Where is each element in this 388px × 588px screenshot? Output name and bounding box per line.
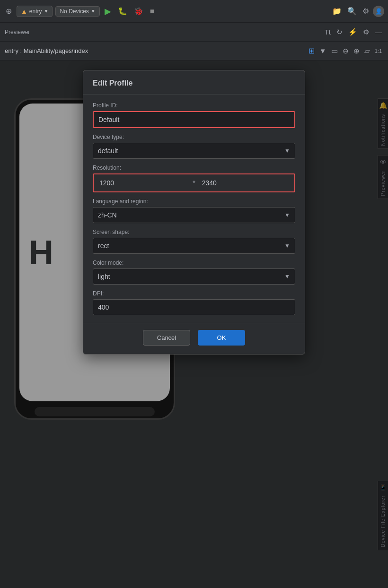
main-area: T H 🔔 Notifications 👁 Previewer 📱 Device… <box>0 61 388 588</box>
resolution-row: * <box>93 173 295 192</box>
profile-id-field: Profile ID: <box>93 102 295 128</box>
resolution-width-input[interactable] <box>97 177 188 189</box>
dialog-title: Edit Profile <box>83 70 305 95</box>
zoom-in-icon[interactable]: ⊕ <box>352 45 361 57</box>
color-mode-chevron: ▼ <box>284 273 290 280</box>
settings-icon[interactable]: ⚙ <box>361 5 371 17</box>
modal-overlay: Edit Profile Profile ID: Device type: de… <box>0 61 388 588</box>
entry-dropdown[interactable]: ▲ entry ▼ <box>17 6 53 17</box>
profile-id-label: Profile ID: <box>93 102 295 109</box>
entry-icon: ▲ <box>21 8 27 15</box>
language-value: zh-CN <box>98 211 117 219</box>
search-icon[interactable]: 🔍 <box>345 5 359 17</box>
minimize-icon[interactable]: — <box>373 26 383 37</box>
zoom-out-icon[interactable]: ⊖ <box>341 45 350 57</box>
user-avatar[interactable]: 👤 <box>373 6 384 17</box>
edit-profile-dialog: Edit Profile Profile ID: Device type: de… <box>83 70 305 355</box>
previewer-bar: Previewer Tt ↻ ⚡ ⚙ — <box>0 23 388 42</box>
dpi-input[interactable] <box>93 299 295 315</box>
language-select[interactable]: zh-CN ▼ <box>93 207 295 223</box>
no-devices-label: No Devices <box>60 8 88 15</box>
resolution-field: Resolution: * <box>93 164 295 192</box>
path-text: entry : MainAbility/pages/index <box>5 47 88 54</box>
device-type-value: default <box>98 147 118 155</box>
resolution-label: Resolution: <box>93 164 295 171</box>
dialog-body: Profile ID: Device type: default ▼ Resol… <box>83 95 305 323</box>
filter-icon[interactable]: ⚡ <box>347 26 359 38</box>
ok-button[interactable]: OK <box>198 330 245 346</box>
no-devices-dropdown[interactable]: No Devices ▼ <box>55 6 99 17</box>
language-field: Language and region: zh-CN ▼ <box>93 198 295 223</box>
screen-shape-label: Screen shape: <box>93 229 295 235</box>
grid-icon[interactable]: ⊞ <box>307 45 316 57</box>
play-button[interactable]: ▶ <box>103 4 113 18</box>
screen-shape-select[interactable]: rect ▼ <box>93 238 295 254</box>
path-bar-right: ⊞ ▼ ▭ ⊖ ⊕ ▱ 1:1 <box>307 45 383 57</box>
fit-icon[interactable]: ▱ <box>363 45 371 57</box>
right-icons: 📁 🔍 ⚙ 👤 <box>330 5 384 17</box>
screen-shape-value: rect <box>98 242 109 250</box>
entry-arrow: ▼ <box>44 9 49 14</box>
refresh-icon[interactable]: ↻ <box>335 26 344 38</box>
device-type-chevron: ▼ <box>284 147 290 154</box>
folder-icon[interactable]: 📁 <box>330 5 344 17</box>
device-type-label: Device type: <box>93 134 295 140</box>
screen-shape-chevron: ▼ <box>284 242 290 249</box>
dialog-footer: Cancel OK <box>83 323 305 354</box>
debug-button[interactable]: 🐛 <box>116 5 129 17</box>
no-devices-arrow: ▼ <box>91 9 96 14</box>
color-mode-label: Color mode: <box>93 259 295 266</box>
profile-id-input[interactable] <box>93 111 295 128</box>
device-type-select[interactable]: default ▼ <box>93 143 295 159</box>
language-label: Language and region: <box>93 198 295 205</box>
top-toolbar: ⊕ ▲ entry ▼ No Devices ▼ ▶ 🐛 🐞 ■ 📁 🔍 ⚙ 👤 <box>0 0 388 23</box>
previewer-bar-right: Tt ↻ ⚡ ⚙ — <box>323 26 383 38</box>
entry-label: entry <box>29 8 42 15</box>
font-icon[interactable]: Tt <box>323 26 332 37</box>
color-mode-field: Color mode: light ▼ <box>93 259 295 285</box>
frame-icon[interactable]: ▭ <box>330 45 339 57</box>
screen-shape-field: Screen shape: rect ▼ <box>93 229 295 254</box>
location-icon: ⊕ <box>4 5 14 17</box>
stop-button[interactable]: ■ <box>148 5 157 17</box>
dpi-label: DPI: <box>93 290 295 297</box>
config-icon[interactable]: ⚙ <box>362 26 370 38</box>
color-mode-select[interactable]: light ▼ <box>93 268 295 285</box>
color-mode-value: light <box>98 273 110 280</box>
language-chevron: ▼ <box>284 212 290 218</box>
cancel-button[interactable]: Cancel <box>143 330 190 346</box>
dpi-field: DPI: <box>93 290 295 315</box>
zoom-level: 1:1 <box>373 47 383 55</box>
resolution-height-input[interactable] <box>200 177 291 189</box>
resolution-star: * <box>193 179 195 187</box>
path-bar: entry : MainAbility/pages/index ⊞ ▼ ▭ ⊖ … <box>0 42 388 61</box>
debug-red-button[interactable]: 🐞 <box>132 5 145 17</box>
dropdown-arrow[interactable]: ▼ <box>318 45 328 56</box>
device-type-field: Device type: default ▼ <box>93 134 295 159</box>
previewer-label: Previewer <box>5 29 30 35</box>
